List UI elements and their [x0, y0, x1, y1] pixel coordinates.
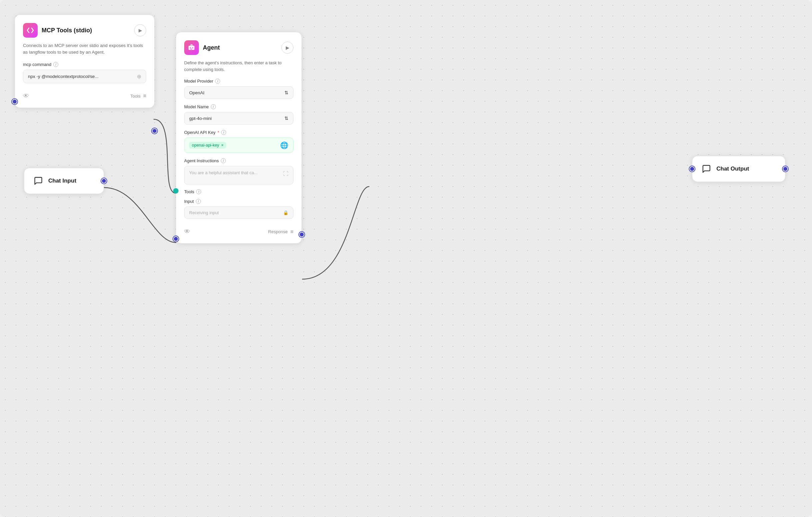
api-key-tag: openai-api-key ×: [189, 142, 226, 149]
globe-green-icon[interactable]: 🌐: [280, 141, 288, 149]
mcp-command-input[interactable]: [28, 74, 134, 79]
mcp-command-label: mcp command i: [23, 62, 146, 67]
agent-receiving-field: Receiving input 🔒: [184, 206, 293, 219]
chat-output-input-dot[interactable]: [690, 166, 695, 172]
mcp-card-header-left: MCP Tools (stdio): [23, 23, 92, 38]
mcp-card-description: Connects to an MCP server over stdio and…: [23, 42, 146, 56]
agent-receiving-placeholder: Receiving input: [189, 210, 219, 215]
agent-card: Agent ▶ Define the agent's instructions,…: [176, 32, 302, 243]
agent-instructions-field[interactable]: You are a helpful assistant that ca... ⛶: [184, 166, 293, 184]
api-key-label: OpenAI API Key * i: [184, 130, 293, 135]
api-key-field: openai-api-key × 🌐: [184, 138, 293, 153]
model-provider-info-icon[interactable]: i: [215, 79, 220, 84]
agent-card-title: Agent: [203, 44, 220, 51]
chat-output-right-dot[interactable]: [783, 166, 788, 172]
svg-point-2: [192, 47, 193, 48]
mcp-card-title: MCP Tools (stdio): [41, 27, 92, 34]
mcp-icon: [23, 23, 38, 38]
agent-card-description: Define the agent's instructions, then en…: [184, 60, 293, 73]
globe-icon: ⊕: [137, 73, 141, 80]
tools-output-dot[interactable]: [152, 128, 157, 134]
mcp-command-info-icon[interactable]: i: [53, 62, 58, 67]
model-name-value: gpt-4o-mini: [189, 116, 212, 121]
agent-tools-label: Tools: [184, 189, 194, 194]
expand-icon[interactable]: ⛶: [283, 171, 288, 177]
svg-point-1: [190, 47, 191, 48]
agent-eye-icon[interactable]: 👁: [184, 228, 190, 235]
model-name-info-icon[interactable]: i: [211, 104, 216, 109]
chat-input-card: Chat Input: [24, 168, 104, 194]
api-key-remove-button[interactable]: ×: [221, 143, 224, 148]
code-icon: [26, 26, 34, 34]
agent-card-header: Agent ▶: [184, 40, 293, 55]
agent-tools-row: Tools i: [184, 189, 293, 194]
agent-card-footer: 👁 Response ≡: [184, 225, 293, 235]
chat-output-label: Chat Output: [717, 166, 749, 172]
required-star: *: [218, 130, 219, 135]
agent-response-label: Response: [268, 229, 288, 234]
list-icon: ≡: [143, 93, 146, 99]
api-key-value: openai-api-key: [192, 143, 219, 148]
mcp-card-header: MCP Tools (stdio) ▶: [23, 23, 146, 38]
agent-input-info-icon[interactable]: i: [196, 199, 201, 204]
agent-instructions-info-icon[interactable]: i: [221, 158, 226, 163]
mcp-tools-card: MCP Tools (stdio) ▶ Connects to an MCP s…: [14, 15, 154, 108]
mcp-card-footer: 👁 Tools ≡: [23, 89, 146, 99]
agent-run-button[interactable]: ▶: [282, 41, 293, 54]
model-provider-label: Model Provider i: [184, 79, 293, 84]
lock-icon: 🔒: [283, 210, 288, 215]
model-provider-value: OpenAI: [189, 90, 204, 95]
mcp-left-dot[interactable]: [12, 99, 17, 104]
agent-tools-info-icon[interactable]: i: [196, 189, 201, 194]
agent-tools-input-dot[interactable]: [173, 188, 178, 194]
api-key-info-icon[interactable]: i: [221, 130, 226, 135]
tools-label: Tools: [130, 94, 140, 98]
agent-input-section: Input i Receiving input 🔒: [184, 199, 293, 219]
chat-output-card: Chat Output: [692, 156, 785, 182]
model-name-select[interactable]: gpt-4o-mini ⇅: [184, 112, 293, 124]
model-provider-select[interactable]: OpenAI ⇅: [184, 86, 293, 99]
model-name-label: Model Name i: [184, 104, 293, 109]
agent-response-footer: Response ≡: [268, 229, 293, 235]
mcp-tools-footer-right: Tools ≡: [130, 93, 146, 99]
mcp-run-button[interactable]: ▶: [134, 24, 146, 36]
model-name-chevron-icon: ⇅: [284, 116, 288, 121]
mcp-command-input-row: ⊕: [23, 69, 146, 83]
agent-instructions-placeholder: You are a helpful assistant that ca...: [189, 170, 258, 175]
agent-icon: [184, 40, 199, 55]
chat-input-output-dot[interactable]: [101, 178, 107, 183]
eye-icon[interactable]: 👁: [23, 93, 29, 99]
agent-card-header-left: Agent: [184, 40, 220, 55]
agent-list-icon: ≡: [290, 229, 293, 235]
agent-instructions-label: Agent Instructions i: [184, 158, 293, 163]
canvas: MCP Tools (stdio) ▶ Connects to an MCP s…: [0, 0, 812, 517]
chat-input-icon: [32, 175, 44, 187]
agent-input-dot[interactable]: [173, 236, 178, 241]
agent-input-label: Input i: [184, 199, 293, 204]
chat-input-label: Chat Input: [48, 177, 76, 184]
agent-response-output-dot[interactable]: [299, 232, 304, 237]
chevron-updown-icon: ⇅: [284, 90, 288, 95]
chat-output-icon: [700, 163, 713, 175]
